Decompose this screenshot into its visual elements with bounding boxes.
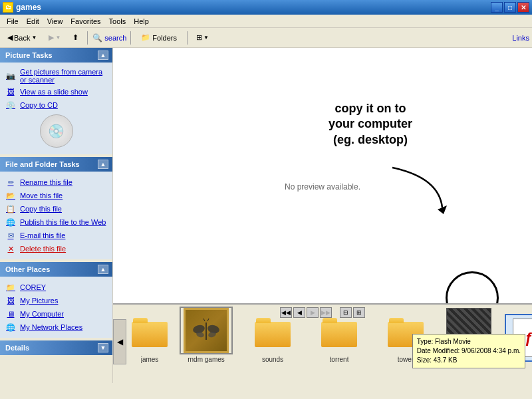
details-header[interactable]: Details ▼ [0, 340, 112, 355]
my-network-item[interactable]: 🌐 My Network Places [5, 321, 107, 334]
rename-icon: ✏ [5, 177, 16, 188]
svg-line-7 [207, 319, 209, 321]
thumb-james-label: james [141, 356, 159, 363]
james-folder-icon [132, 317, 168, 347]
delete-item[interactable]: ✕ Delete this file [5, 242, 107, 255]
right-panel: No preview available. copy it on toyour … [113, 48, 532, 383]
picture-tasks-collapse[interactable]: ▲ [98, 51, 108, 60]
search-label[interactable]: search [104, 34, 126, 42]
other-places-section: Other Places ▲ 📁 COREY 🖼 My Pictures 🖥 M… [0, 262, 112, 338]
maximize-button[interactable]: □ [504, 2, 516, 13]
get-pictures-label: Get pictures from camera or scanner [20, 68, 107, 84]
views-button[interactable]: ⊞ ▼ [192, 30, 213, 46]
thumb-sounds[interactable]: sounds [239, 308, 306, 364]
menu-edit[interactable]: Edit [23, 16, 43, 27]
slideshow-item[interactable]: 🖼 View as a slide show [5, 85, 107, 98]
tooltip-line3: Size: 43.7 KB [417, 356, 521, 365]
file-folder-tasks-section: File and Folder Tasks ▲ ✏ Rename this fi… [0, 157, 112, 259]
folders-button[interactable]: 📁 Folders [135, 31, 183, 44]
up-button[interactable]: ⬆ [68, 30, 83, 46]
picture-tasks-header[interactable]: Picture Tasks ▲ [0, 48, 112, 63]
slideshow-icon: 🖼 [5, 86, 16, 97]
tooltip-line2: Date Modified: 9/06/2008 4:34 p.m. [417, 346, 521, 356]
rename-label: Rename this file [20, 178, 72, 186]
copy-label: Copy this file [20, 205, 62, 213]
file-folder-tasks-header[interactable]: File and Folder Tasks ▲ [0, 157, 112, 172]
thumb-torrent[interactable]: torrent [306, 308, 372, 364]
toolbar-separator-1 [87, 31, 88, 45]
copy-cd-item[interactable]: 💿 Copy to CD [5, 98, 107, 112]
copy-cd-label: Copy to CD [20, 101, 58, 109]
corey-folder-icon: 📁 [5, 282, 16, 293]
menu-file[interactable]: File [3, 16, 23, 27]
picture-tasks-title: Picture Tasks [5, 51, 53, 59]
svg-line-6 [203, 319, 205, 321]
annotation-arrow [386, 164, 452, 217]
thumb-james-img [130, 309, 169, 354]
toolbar-separator-3 [187, 31, 188, 45]
publish-icon: 🌐 [5, 217, 16, 227]
get-pictures-item[interactable]: 📷 Get pictures from camera or scanner [5, 66, 107, 85]
close-button[interactable]: ✕ [517, 2, 529, 13]
forward-dropdown-icon: ▼ [55, 35, 61, 41]
my-pictures-item[interactable]: 🖼 My Pictures [5, 294, 107, 307]
forward-button[interactable]: ▶ ▼ [44, 30, 65, 46]
picture-tasks-section: Picture Tasks ▲ 📷 Get pictures from came… [0, 48, 112, 154]
menu-favorites[interactable]: Favorites [66, 16, 104, 27]
file-folder-tasks-title: File and Folder Tasks [5, 160, 80, 168]
sounds-folder-icon [255, 317, 291, 347]
thumb-rndm-games[interactable]: rndm games [173, 305, 239, 364]
tooltip-line1: Type: Flash Movie [417, 337, 521, 346]
back-arrow-icon: ◀ [7, 33, 13, 42]
my-network-label: My Network Places [20, 323, 82, 331]
thumb-james[interactable]: james [126, 308, 173, 364]
other-places-header[interactable]: Other Places ▲ [0, 262, 112, 277]
thumb-rndm-label: rndm games [188, 356, 225, 363]
thumb-sounds-label: sounds [262, 356, 283, 363]
tattoo-thumbnail [184, 308, 229, 353]
back-dropdown-icon: ▼ [31, 35, 37, 41]
other-places-content: 📁 COREY 🖼 My Pictures 🖥 My Computer 🌐 My… [0, 277, 112, 338]
left-panel: Picture Tasks ▲ 📷 Get pictures from came… [0, 48, 113, 383]
my-pictures-label: My Pictures [20, 297, 58, 305]
other-places-collapse[interactable]: ▲ [98, 265, 108, 274]
camera-icon: 📷 [5, 70, 16, 81]
delete-icon: ✕ [5, 243, 16, 254]
rename-item[interactable]: ✏ Rename this file [5, 176, 107, 189]
back-button[interactable]: ◀ Back ▼ [3, 30, 41, 46]
window-title: games [16, 3, 41, 12]
folders-label: Folders [152, 34, 177, 42]
file-folder-tasks-collapse[interactable]: ▲ [98, 160, 108, 169]
my-computer-item[interactable]: 🖥 My Computer [5, 307, 107, 321]
move-label: Move this file [20, 192, 63, 200]
minimize-button[interactable]: _ [491, 2, 503, 13]
file-tooltip: Type: Flash Movie Date Modified: 9/06/20… [412, 334, 525, 368]
corey-item[interactable]: 📁 COREY [5, 281, 107, 294]
back-label: Back [14, 34, 30, 42]
titlebar-left: 🗂 games [3, 2, 41, 13]
copy-item[interactable]: 📋 Copy this file [5, 202, 107, 215]
torrent-folder-icon [321, 317, 357, 347]
thumb-rndm-img [180, 307, 233, 354]
tattoo-inner [190, 314, 223, 347]
thumb-left-arrow[interactable]: ◀ [113, 319, 126, 364]
details-section: Details ▼ [0, 340, 112, 355]
publish-item[interactable]: 🌐 Publish this file to the Web [5, 215, 107, 229]
details-collapse[interactable]: ▼ [98, 343, 108, 352]
email-item[interactable]: ✉ E-mail this file [5, 229, 107, 242]
views-icon: ⊞ [196, 33, 202, 42]
menu-view[interactable]: View [43, 16, 67, 27]
forward-arrow-icon: ▶ [49, 33, 54, 42]
menubar: File Edit View Favorites Tools Help [0, 15, 532, 28]
publish-label: Publish this file to the Web [20, 218, 106, 226]
details-title: Details [5, 344, 29, 352]
main-area: Picture Tasks ▲ 📷 Get pictures from came… [0, 48, 532, 383]
toolbar: ◀ Back ▼ ▶ ▼ ⬆ 🔍 search 📁 Folders ⊞ ▼ Li… [0, 28, 532, 48]
toolbar-separator-2 [130, 31, 131, 45]
search-icon: 🔍 [92, 33, 102, 43]
menu-tools[interactable]: Tools [105, 16, 130, 27]
my-computer-label: My Computer [20, 310, 64, 318]
views-dropdown-icon: ▼ [203, 35, 209, 41]
menu-help[interactable]: Help [130, 16, 153, 27]
move-item[interactable]: 📂 Move this file [5, 189, 107, 202]
